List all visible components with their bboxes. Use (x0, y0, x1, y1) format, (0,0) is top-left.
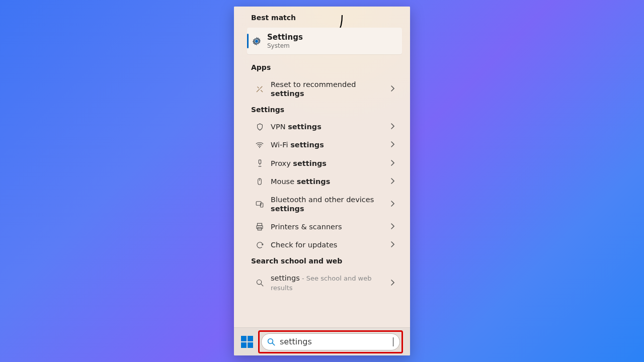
section-apps: Apps (239, 60, 405, 75)
row-printers-scanners[interactable]: Printers & scanners (239, 218, 405, 236)
row-label: Wi-Fi settings (271, 140, 339, 149)
chevron-right-icon (390, 200, 394, 208)
search-icon (255, 279, 264, 288)
svg-line-13 (272, 343, 274, 345)
search-icon (267, 337, 276, 346)
start-search-panel: Best match Settings System Apps Reset to… (234, 7, 410, 355)
row-label: settings - See school and web results (271, 274, 393, 292)
row-vpn-settings[interactable]: VPN settings (239, 118, 405, 136)
gear-icon (251, 36, 262, 47)
row-bluetooth-settings[interactable]: Bluetooth and other devices settings (239, 191, 405, 218)
chevron-right-icon (390, 223, 394, 231)
section-settings: Settings (239, 103, 405, 118)
section-search-web: Search school and web (239, 254, 405, 269)
shield-icon (255, 122, 264, 131)
best-match-subtitle: System (267, 42, 303, 49)
proxy-icon (255, 159, 264, 168)
taskbar-search-box[interactable] (261, 333, 400, 350)
row-check-updates[interactable]: Check for updates (239, 236, 405, 254)
row-label: Mouse settings (271, 177, 345, 186)
svg-line-11 (261, 284, 263, 286)
chevron-right-icon (390, 279, 394, 287)
row-proxy-settings[interactable]: Proxy settings (239, 154, 405, 172)
text-caret (393, 337, 393, 346)
svg-point-1 (259, 147, 260, 148)
section-best-match: Best match (239, 14, 405, 26)
printer-icon (255, 222, 264, 231)
row-web-search[interactable]: settings - See school and web results (239, 269, 405, 297)
svg-point-0 (255, 40, 258, 43)
refresh-icon (255, 240, 264, 249)
row-label: Printers & scanners (271, 222, 357, 231)
row-wifi-settings[interactable]: Wi-Fi settings (239, 136, 405, 154)
row-mouse-settings[interactable]: Mouse settings (239, 172, 405, 191)
svg-rect-2 (259, 160, 261, 163)
wifi-icon (255, 140, 264, 149)
start-button[interactable] (241, 336, 253, 348)
taskbar (234, 327, 410, 355)
chevron-right-icon (390, 241, 394, 249)
mouse-icon (255, 177, 264, 186)
tools-icon (255, 84, 264, 94)
annotation-highlight (258, 330, 403, 353)
row-label: Proxy settings (271, 159, 342, 168)
chevron-right-icon (390, 177, 394, 186)
chevron-right-icon (390, 85, 394, 93)
best-match-title: Settings (267, 33, 303, 42)
chevron-right-icon (390, 141, 394, 149)
row-reset-settings[interactable]: Reset to recommended settings (239, 75, 405, 103)
row-label: Bluetooth and other devices settings (271, 195, 393, 213)
search-input[interactable] (280, 337, 391, 346)
row-label: Reset to recommended settings (271, 80, 393, 98)
search-results: Best match Settings System Apps Reset to… (234, 7, 410, 327)
chevron-right-icon (390, 159, 394, 167)
row-label: Check for updates (271, 240, 352, 249)
svg-rect-7 (258, 223, 262, 226)
row-label: VPN settings (271, 122, 337, 131)
devices-icon (255, 200, 264, 209)
chevron-right-icon (390, 123, 394, 131)
best-match-settings[interactable]: Settings System (247, 28, 402, 54)
